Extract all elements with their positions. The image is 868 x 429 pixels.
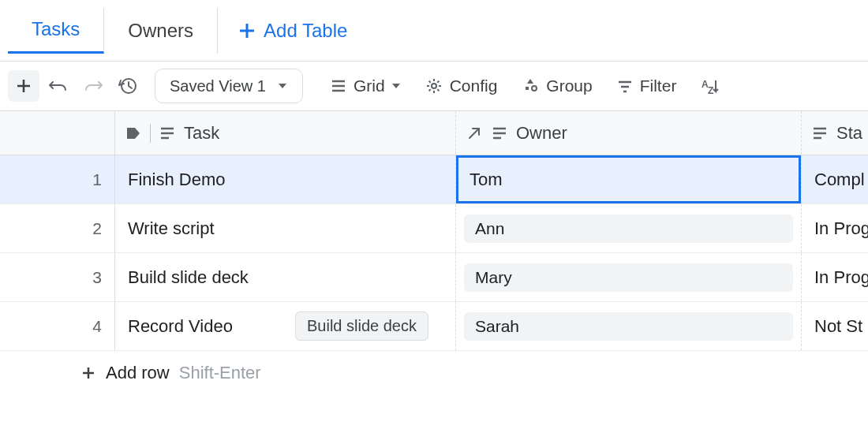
redo-button[interactable] [77, 70, 109, 102]
header-task[interactable]: Task [115, 111, 456, 155]
header-task-label: Task [184, 123, 219, 144]
header-status[interactable]: Sta [802, 111, 868, 155]
text-lines-icon [491, 125, 508, 142]
cell-task[interactable]: Build slide deck [115, 253, 456, 301]
cell-status[interactable]: Compl [802, 155, 868, 203]
rownum: 3 [0, 253, 115, 301]
grid-label: Grid [354, 76, 385, 95]
rownum: 2 [0, 204, 115, 252]
owner-value: Ann [464, 214, 793, 243]
text-lines-icon [811, 125, 829, 142]
cell-status[interactable]: Not St [802, 302, 868, 350]
chevron-down-icon [391, 81, 401, 91]
tabs-bar: Tasks Owners Add Table [0, 0, 868, 62]
view-selector-label: Saved View 1 [170, 77, 266, 95]
table-row[interactable]: 3 Build slide deck Mary In Prog [0, 253, 868, 302]
redo-icon [83, 76, 103, 96]
plus-icon [15, 77, 32, 95]
cell-status[interactable]: In Prog [802, 204, 868, 252]
cell-owner[interactable]: Mary [456, 253, 802, 301]
rownum: 4 [0, 302, 115, 350]
cell-owner[interactable]: Ann [456, 204, 802, 252]
header-status-label: Sta [836, 123, 862, 144]
add-row-button[interactable]: Add row Shift-Enter [0, 351, 868, 395]
list-icon [330, 77, 347, 95]
plus-icon [80, 365, 96, 381]
cell-owner[interactable]: Sarah [456, 302, 802, 350]
history-icon [118, 76, 138, 96]
owner-value: Tom [470, 170, 503, 190]
svg-point-1 [432, 84, 436, 88]
text-lines-icon [159, 125, 176, 142]
owner-value: Mary [464, 263, 793, 292]
view-selector[interactable]: Saved View 1 [155, 69, 303, 103]
config-label: Config [450, 76, 498, 95]
chevron-right-tag-icon [125, 125, 142, 142]
plus-icon [237, 21, 257, 41]
sort-button[interactable]: AZ [692, 72, 727, 100]
history-button[interactable] [112, 70, 144, 102]
sort-az-icon: AZ [700, 76, 719, 95]
filter-button[interactable]: Filter [608, 72, 685, 100]
tab-owners[interactable]: Owners [104, 8, 218, 54]
cell-owner[interactable]: Tom [456, 155, 802, 203]
owner-value: Sarah [464, 312, 793, 341]
undo-icon [48, 76, 69, 96]
add-table-button[interactable]: Add Table [218, 8, 366, 54]
filter-icon [616, 77, 634, 95]
group-icon [521, 76, 540, 95]
header-owner[interactable]: Owner [456, 111, 802, 155]
chevron-down-icon [277, 80, 288, 91]
config-button[interactable]: Config [417, 72, 506, 100]
table-row[interactable]: 2 Write script Ann In Prog [0, 204, 868, 253]
filter-label: Filter [640, 76, 677, 95]
add-table-label: Add Table [264, 20, 347, 42]
header-owner-label: Owner [516, 123, 567, 144]
svg-text:Z: Z [708, 85, 713, 95]
header-rownum [0, 111, 115, 155]
cell-tooltip: Build slide deck [295, 311, 428, 341]
svg-point-2 [532, 86, 537, 91]
gear-icon [425, 76, 443, 95]
group-label: Group [546, 76, 592, 95]
grid-view-button[interactable]: Grid [322, 72, 409, 100]
table-row[interactable]: 1 Finish Demo Tom Compl [0, 155, 868, 204]
add-row-label: Add row [106, 363, 170, 383]
undo-button[interactable] [43, 70, 74, 102]
add-row-hint: Shift-Enter [179, 363, 261, 383]
rownum: 1 [0, 155, 115, 203]
group-button[interactable]: Group [513, 72, 600, 100]
toolbar: Saved View 1 Grid Config Group Filter AZ [0, 62, 868, 110]
cell-task[interactable]: Finish Demo [115, 155, 456, 203]
insert-button[interactable] [8, 70, 39, 102]
grid-header-row: Task Owner Sta [0, 111, 868, 155]
table-row[interactable]: 4 Record Video Sarah Not St Build slide … [0, 302, 868, 351]
grid: Task Owner Sta 1 Finish Demo Tom Compl 2… [0, 110, 868, 395]
tab-tasks[interactable]: Tasks [8, 8, 104, 54]
lookup-arrow-icon [466, 125, 483, 142]
cell-task[interactable]: Write script [115, 204, 456, 252]
cell-status[interactable]: In Prog [802, 253, 868, 301]
